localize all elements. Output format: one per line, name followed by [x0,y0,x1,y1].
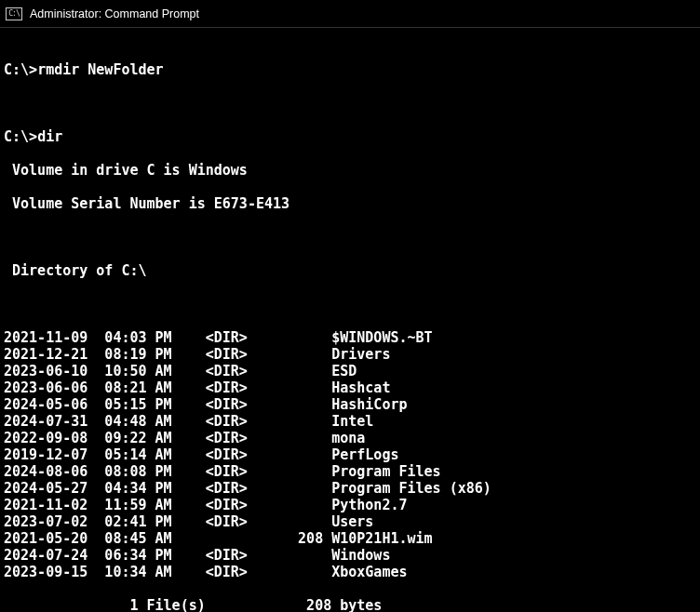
dir-entry: 2024-05-06 05:15 PM <DIR> HashiCorp [4,396,696,413]
dir-entry: 2023-07-02 02:41 PM <DIR> Users [4,513,696,530]
terminal-output[interactable]: C:\>rmdir NewFolder C:\>dir Volume in dr… [0,28,700,612]
dir-entry: 2019-12-07 05:14 AM <DIR> PerfLogs [4,446,696,463]
dir-entry: 2024-07-24 06:34 PM <DIR> Windows [4,547,696,564]
blank-line [4,296,696,313]
dir-entry: 2024-05-27 04:34 PM <DIR> Program Files … [4,480,696,497]
dir-entry: 2021-11-02 11:59 AM <DIR> Python2.7 [4,497,696,513]
dir-entry: 2021-05-20 08:45 AM 208 W10P21H1.wim [4,530,696,547]
blank-line [4,95,696,112]
summary-files: 1 File(s) 208 bytes [4,597,696,612]
dir-entry: 2023-06-06 08:21 AM <DIR> Hashcat [4,379,696,396]
command-line-1: C:\>rmdir NewFolder [4,61,696,78]
titlebar[interactable]: C:\ Administrator: Command Prompt [0,0,700,28]
serial-line: Volume Serial Number is E673-E413 [4,195,696,212]
cmd-icon: C:\ [6,7,22,20]
volume-line: Volume in drive C is Windows [4,162,696,179]
dir-entry: 2022-09-08 09:22 AM <DIR> mona [4,430,696,446]
window-title: Administrator: Command Prompt [30,7,199,20]
dir-entry: 2024-08-06 08:08 PM <DIR> Program Files [4,463,696,480]
dir-entry: 2023-09-15 10:34 AM <DIR> XboxGames [4,564,696,580]
dir-entry: 2023-06-10 10:50 AM <DIR> ESD [4,363,696,379]
directory-line: Directory of C:\ [4,262,696,279]
dir-listing: 2021-11-09 04:03 PM <DIR> $WINDOWS.~BT20… [4,329,696,580]
dir-entry: 2024-07-31 04:48 AM <DIR> Intel [4,413,696,430]
command-line-2: C:\>dir [4,128,696,145]
blank-line [4,229,696,246]
dir-entry: 2021-12-21 08:19 PM <DIR> Drivers [4,346,696,363]
dir-entry: 2021-11-09 04:03 PM <DIR> $WINDOWS.~BT [4,329,696,346]
